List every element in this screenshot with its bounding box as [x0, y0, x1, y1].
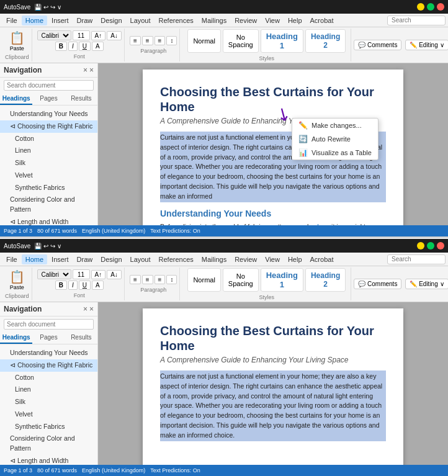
style-normal-btn-2[interactable]: Normal	[187, 268, 220, 292]
font-grow-btn-2[interactable]: A↑	[91, 270, 106, 279]
ctx-make-changes[interactable]: ✏️ Make changes...	[292, 119, 378, 132]
nav-search-area[interactable]	[0, 78, 97, 93]
menu2-insert[interactable]: Insert	[48, 254, 73, 264]
font-select-2[interactable]: Calibri	[37, 269, 71, 279]
menu2-layout[interactable]: Layout	[127, 254, 155, 264]
style-nospace-btn[interactable]: No Spacing	[223, 29, 259, 53]
nav2-linen[interactable]: Linen	[0, 384, 97, 396]
align-left-btn[interactable]: ≡	[130, 36, 141, 45]
search-box-2[interactable]	[387, 254, 446, 264]
nav2-silk[interactable]: Silk	[0, 396, 97, 408]
minimize-button-2[interactable]	[417, 242, 424, 249]
italic-btn[interactable]: I	[68, 42, 78, 51]
nav-tab-pages[interactable]: Pages	[32, 93, 65, 105]
bold-btn[interactable]: B	[55, 42, 67, 51]
ctx-auto-rewrite[interactable]: 🔄 Auto Rewrite	[292, 132, 378, 146]
menu-review[interactable]: Review	[231, 16, 261, 25]
style-h2-btn-2[interactable]: Heading 2	[305, 268, 346, 292]
nav-tab-results[interactable]: Results	[65, 93, 97, 105]
ctx-visualize[interactable]: 📊 Visualize as a Table	[292, 146, 378, 159]
nav-tab-headings[interactable]: Headings	[0, 93, 32, 105]
nav2-velvet[interactable]: Velvet	[0, 408, 97, 421]
editing-btn-2[interactable]: ✏️ Editing ∨	[405, 279, 448, 289]
search-input-2[interactable]	[392, 256, 441, 263]
line-spacing-btn[interactable]: ↕	[166, 36, 177, 45]
style-h1-btn[interactable]: Heading 1	[261, 29, 303, 53]
nav2-synthetic[interactable]: Synthetic Fabrics	[0, 421, 97, 433]
menu2-references[interactable]: References	[155, 254, 197, 264]
maximize-button-2[interactable]	[427, 242, 434, 249]
menu2-mailings[interactable]: Mailings	[198, 254, 230, 264]
font-shrink-btn-2[interactable]: A↓	[107, 270, 122, 279]
menu2-acrobat[interactable]: Acrobat	[307, 254, 338, 264]
nav-item-understanding[interactable]: Understanding Your Needs	[0, 108, 97, 120]
close-button[interactable]	[437, 3, 444, 11]
font-size-input[interactable]	[73, 30, 90, 40]
bold-btn-2[interactable]: B	[55, 281, 67, 290]
align-center-btn-2[interactable]: ≡	[142, 275, 153, 284]
nav-close-btn[interactable]: ×	[89, 66, 94, 74]
comments-btn[interactable]: 💬 Comments	[354, 40, 401, 50]
style-nospace-btn-2[interactable]: No Spacing	[223, 268, 259, 292]
menu2-view[interactable]: View	[261, 254, 284, 264]
style-h2-btn[interactable]: Heading 2	[305, 29, 346, 53]
nav-search-input[interactable]	[4, 80, 94, 91]
nav-search-area-2[interactable]	[0, 317, 97, 332]
font-select[interactable]: Calibri	[37, 30, 71, 40]
menu-references[interactable]: References	[155, 16, 197, 25]
paste-btn-2[interactable]: 📋 Paste	[9, 269, 25, 290]
nav2-length[interactable]: ⊲ Length and Width	[0, 455, 97, 465]
underline-btn[interactable]: U	[79, 42, 91, 51]
align-right-btn[interactable]: ≡	[155, 36, 166, 45]
nav-search-input-2[interactable]	[4, 319, 94, 330]
nav-item-linen[interactable]: Linen	[0, 145, 97, 157]
menu-draw[interactable]: Draw	[73, 16, 97, 25]
italic-btn-2[interactable]: I	[68, 281, 78, 290]
comments-btn-2[interactable]: 💬 Comments	[354, 279, 401, 289]
search-box[interactable]	[387, 16, 446, 25]
underline-btn-2[interactable]: U	[79, 281, 91, 290]
align-left-btn-2[interactable]: ≡	[130, 275, 141, 284]
nav-item-color[interactable]: Considering Color and Pattern	[0, 194, 97, 216]
nav2-color[interactable]: Considering Color and Pattern	[0, 433, 97, 455]
colors-link[interactable]: colors	[310, 223, 328, 225]
menu-help[interactable]: Help	[284, 16, 306, 25]
menu-file[interactable]: File	[2, 16, 21, 25]
nav2-understanding[interactable]: Understanding Your Needs	[0, 347, 97, 359]
menu-view[interactable]: View	[261, 16, 284, 25]
menu-layout[interactable]: Layout	[127, 16, 155, 25]
style-h1-btn-2[interactable]: Heading 1	[261, 268, 303, 292]
nav-tab-headings-2[interactable]: Headings	[0, 332, 32, 344]
paste-btn[interactable]: 📋 Paste	[9, 30, 25, 52]
menu2-draw[interactable]: Draw	[73, 254, 97, 264]
nav-item-cotton[interactable]: Cotton	[0, 133, 97, 145]
menu2-help[interactable]: Help	[284, 254, 306, 264]
nav-item-length[interactable]: ⊲ Length and Width	[0, 216, 97, 225]
style-normal-btn[interactable]: Normal	[187, 29, 220, 53]
nav-pin-btn[interactable]: ×	[83, 66, 87, 74]
menu-design[interactable]: Design	[97, 16, 125, 25]
font-grow-btn[interactable]: A↑	[91, 31, 106, 40]
menu-home[interactable]: Home	[22, 16, 47, 25]
nav-item-silk[interactable]: Silk	[0, 157, 97, 169]
search-input[interactable]	[392, 17, 441, 24]
font-shrink-btn[interactable]: A↓	[107, 31, 122, 40]
line-spacing-btn-2[interactable]: ↕	[166, 275, 177, 284]
nav2-cotton[interactable]: Cotton	[0, 372, 97, 384]
menu-acrobat[interactable]: Acrobat	[307, 16, 338, 25]
nav2-fabric[interactable]: ⊲ Choosing the Right Fabric	[0, 359, 97, 372]
menu-mailings[interactable]: Mailings	[198, 16, 230, 25]
nav-close-btn-2[interactable]: ×	[89, 305, 94, 313]
menu2-file[interactable]: File	[2, 254, 21, 264]
font-size-input-2[interactable]	[73, 269, 90, 279]
nav-pin-btn-2[interactable]: ×	[83, 305, 87, 313]
minimize-button[interactable]	[417, 3, 424, 11]
editing-btn[interactable]: ✏️ Editing ∨	[405, 40, 448, 50]
align-right-btn-2[interactable]: ≡	[155, 275, 166, 284]
menu-insert[interactable]: Insert	[48, 16, 73, 25]
close-button-2[interactable]	[437, 242, 444, 249]
color-btn[interactable]: A	[92, 42, 104, 51]
menu2-design[interactable]: Design	[97, 254, 125, 264]
nav-item-fabric[interactable]: ⊲ Choosing the Right Fabric	[0, 120, 97, 133]
menu2-home[interactable]: Home	[22, 254, 47, 264]
